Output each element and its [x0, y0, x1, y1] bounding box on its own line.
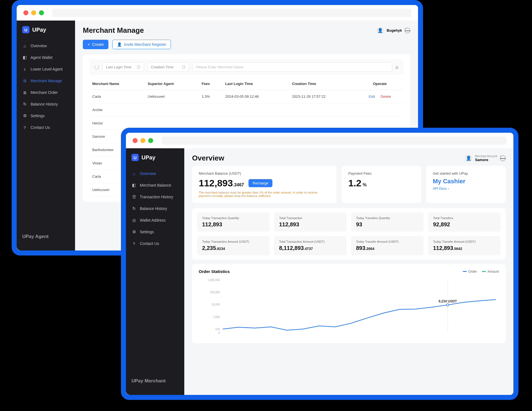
chart-legend: Order Amount — [463, 270, 499, 274]
logo-icon: U — [22, 26, 29, 33]
delete-link[interactable]: Delete — [381, 94, 391, 99]
table-row[interactable]: CarlaUeihcuveri1.3%2024-03-05 09:12:4620… — [90, 90, 404, 103]
search-icon[interactable]: ⌕ — [396, 64, 399, 70]
address-bar[interactable] — [52, 9, 411, 17]
stat-value: 112,893 — [202, 221, 265, 228]
col-header: Fees — [199, 78, 222, 90]
y-tick: 1,000 — [213, 315, 220, 318]
my-cashier-link[interactable]: My Cashier — [433, 178, 499, 185]
close-icon[interactable] — [23, 10, 28, 15]
balance-label: Merchant Balance (USDT) — [199, 171, 330, 176]
globe-icon[interactable] — [405, 28, 410, 33]
col-header: Operate — [356, 78, 404, 90]
page-title: Overview — [192, 154, 224, 162]
create-button[interactable]: + Create — [83, 40, 108, 49]
table-row[interactable]: Archie — [90, 103, 404, 117]
app-name: UPay — [141, 154, 155, 161]
sidebar-item-settings[interactable]: ⚙Settings — [17, 110, 75, 122]
fees-value: 1.2 % — [348, 178, 367, 188]
sidebar-item-transaction-history[interactable]: ☰Transaction History — [126, 191, 184, 203]
sidebar-item-merchant-order[interactable]: 🗎Merchant Order — [17, 87, 75, 98]
nav-label: Lower Level Agent — [31, 67, 63, 71]
stat-value: 893.2664 — [356, 245, 419, 251]
maximize-icon[interactable] — [39, 10, 44, 15]
nav-label: Transaction History — [140, 195, 173, 199]
stat-label: Today Transaction Amount (USDT) — [202, 240, 265, 243]
sidebar-item-overview[interactable]: ⌂Overview — [126, 168, 184, 179]
minimize-icon[interactable] — [140, 138, 145, 143]
stat-label: Today Transfers Quantity — [356, 216, 419, 220]
creation-time-filter-label: Creation Time — [151, 65, 173, 69]
get-started-label: Get started with UPay — [433, 171, 499, 176]
balance-card: Merchant Balance (USDT) 112,893.3467 Rec… — [192, 166, 337, 203]
sidebar-item-settings[interactable]: ⚙Settings — [126, 226, 184, 238]
page-title: Merchant Manage — [83, 26, 144, 35]
nav-label: Settings — [31, 114, 45, 118]
nav-icon: ↻ — [22, 102, 27, 107]
chart-tooltip: 9,234 USDT — [439, 299, 457, 303]
titlebar — [126, 133, 513, 148]
y-tick: 10,000 — [211, 303, 220, 306]
sidebar-footer: UPay Agent — [17, 228, 75, 245]
user-icon: 👤 — [117, 42, 122, 47]
nav-label: Wallet Address — [140, 218, 166, 222]
nav-label: Contact Us — [31, 125, 50, 130]
logo: U UPay — [17, 26, 75, 40]
address-bar[interactable] — [161, 136, 507, 145]
order-statistics-chart: Order Statistics Order Amount 9,234 USDT… — [192, 264, 506, 343]
user-name[interactable]: Samore — [475, 158, 497, 162]
merchant-name-search[interactable]: Please Enter Merchant Name — [192, 62, 392, 72]
sidebar-item-contact-us[interactable]: ?Contact Us — [126, 238, 184, 249]
nav-icon: ◧ — [22, 55, 27, 60]
stat-label: Today Transaction Quantity — [202, 216, 265, 220]
nav-icon: ☰ — [131, 194, 136, 199]
merchant-window: U UPay ⌂Overview◧Merchant Balance☰Transa… — [121, 128, 518, 400]
avatar[interactable]: 👤 — [465, 155, 472, 162]
sidebar-item-contact-us[interactable]: ?Contact Us — [17, 122, 75, 133]
user-name[interactable]: Bugehyk — [387, 28, 402, 32]
sidebar-item-agent-wallet[interactable]: ◧Agent Wallet — [17, 52, 75, 63]
last-login-filter[interactable]: Last Login Time ☐ — [102, 62, 144, 72]
invite-button-label: Invite Merchant Register — [124, 42, 166, 47]
col-header: Creation Time — [289, 78, 356, 90]
close-icon[interactable] — [133, 138, 138, 143]
sidebar-item-wallet-address[interactable]: ◎Wallet Address — [126, 214, 184, 226]
nav-icon: ◧ — [131, 183, 136, 188]
nav-label: Merchant Order — [31, 90, 58, 95]
sidebar-item-balance-history[interactable]: ↻Balance History — [17, 98, 75, 110]
stat-card: Total Transaction Amount (USDT)8,112,893… — [274, 236, 347, 255]
stat-card: Today Transfer Amount (USDT)112,893.5642 — [428, 236, 501, 255]
minimize-icon[interactable] — [31, 10, 36, 15]
create-button-label: Create — [92, 42, 104, 47]
maximize-icon[interactable] — [148, 138, 153, 143]
balance-value: 112,893.3467 — [199, 178, 244, 189]
sidebar-item-lower-level-agent[interactable]: ⩆Lower Level Agent — [17, 63, 75, 75]
nav-icon: 🗎 — [22, 90, 27, 95]
merchant-main: Overview 👤 Merchant Account Samore Merch… — [184, 148, 513, 395]
col-header: Superior Agent — [145, 78, 199, 90]
avatar[interactable]: 👤 — [377, 27, 384, 34]
api-docs-link[interactable]: API Docs › — [433, 187, 499, 191]
sidebar-item-merchant-manage[interactable]: ⧉Merchant Manage — [17, 75, 75, 87]
invite-button[interactable]: 👤 Invite Merchant Register — [112, 40, 171, 49]
globe-icon[interactable] — [500, 156, 506, 161]
stat-card: Today Transfer Amount (USDT)893.2664 — [351, 236, 424, 255]
recharge-button[interactable]: Recharge — [248, 179, 272, 187]
nav-icon: ? — [131, 241, 136, 246]
nav-label: Overview — [31, 44, 47, 48]
last-login-filter-label: Last Login Time — [106, 65, 131, 69]
stat-card: Total Transfers92,892 — [428, 212, 501, 232]
sidebar-item-overview[interactable]: ⌂Overview — [17, 40, 75, 52]
app-name: UPay — [32, 27, 46, 33]
sidebar-footer: UPay Merchant — [126, 373, 184, 389]
nav-label: Contact Us — [140, 241, 159, 246]
sidebar-item-balance-history[interactable]: ↻Balance History — [126, 203, 184, 214]
edit-link[interactable]: Edit — [369, 94, 375, 99]
plus-icon: + — [88, 42, 90, 47]
sidebar-item-merchant-balance[interactable]: ◧Merchant Balance — [126, 179, 184, 191]
fees-card: Payment Fees 1.2 % — [342, 166, 421, 203]
creation-time-filter[interactable]: Creation Time ☐ — [147, 62, 189, 72]
nav-icon: ⚙ — [131, 229, 136, 234]
chart-title: Order Statistics — [199, 269, 230, 274]
refresh-icon[interactable] — [95, 65, 99, 69]
